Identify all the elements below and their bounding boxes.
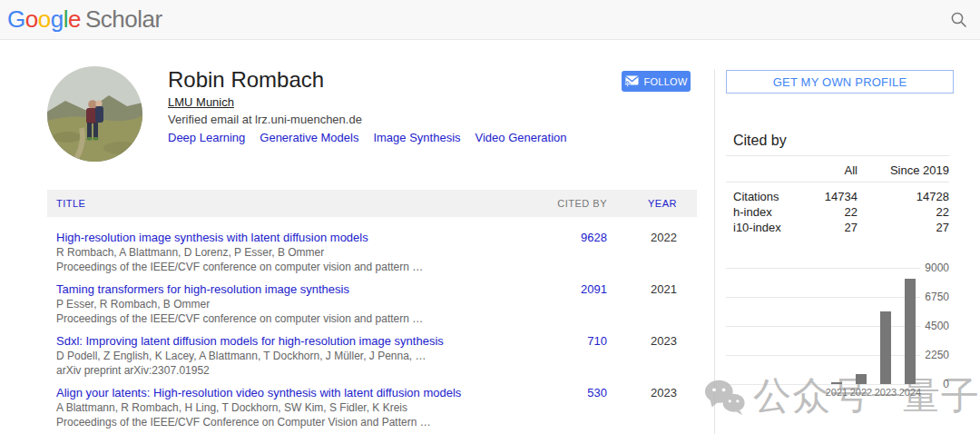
stat-value-since: 22 bbox=[858, 204, 949, 220]
publication-year: 2023 bbox=[607, 385, 697, 424]
chart-gridline bbox=[726, 268, 920, 269]
cited-by-section-title: Cited by bbox=[733, 133, 787, 149]
stat-value-since: 27 bbox=[858, 220, 949, 235]
citation-stats-table: Citations1473414728h-index2222i10-index2… bbox=[726, 189, 949, 235]
citations-bar[interactable] bbox=[905, 279, 916, 384]
profile-name: Robin Rombach bbox=[168, 67, 324, 93]
interest-link[interactable]: Image Synthesis bbox=[373, 131, 460, 144]
follow-button[interactable]: FOLLOW bbox=[622, 71, 691, 92]
publication-row: Align your latents: High-resolution vide… bbox=[47, 372, 697, 424]
citations-bar[interactable] bbox=[880, 311, 891, 384]
get-my-own-profile-button[interactable]: GET MY OWN PROFILE bbox=[726, 70, 954, 94]
sort-by-title-header[interactable]: TITLE bbox=[47, 198, 530, 209]
stat-label: Citations bbox=[726, 189, 785, 204]
stat-label: i10-index bbox=[726, 220, 785, 235]
interest-link[interactable]: Video Generation bbox=[475, 131, 567, 144]
publication-venue: Proceedings of the IEEE/CVF conference o… bbox=[56, 261, 523, 274]
google-logo-text: Google bbox=[7, 5, 81, 33]
citations-bar[interactable] bbox=[856, 374, 867, 384]
search-icon[interactable] bbox=[949, 10, 969, 30]
stat-value-since: 14728 bbox=[858, 189, 949, 204]
chart-y-tick-label: 9000 bbox=[909, 261, 949, 275]
publication-year: 2022 bbox=[607, 230, 697, 269]
citation-stat-row: h-index2222 bbox=[726, 204, 949, 220]
logo-letter: o bbox=[38, 5, 51, 33]
stats-col-all: All bbox=[785, 163, 858, 177]
divider-line bbox=[726, 155, 949, 156]
citation-stats-header: All Since 2019 bbox=[726, 163, 949, 177]
publication-authors: D Podell, Z English, K Lacey, A Blattman… bbox=[56, 350, 523, 363]
publication-title-link[interactable]: Taming transformers for high-resolution … bbox=[56, 281, 523, 297]
interest-link[interactable]: Generative Models bbox=[260, 131, 358, 144]
chart-gridline bbox=[726, 297, 920, 298]
cited-by-count-link[interactable]: 9628 bbox=[530, 230, 607, 269]
stat-value-all: 14734 bbox=[785, 189, 858, 204]
interest-link[interactable]: Deep Learning bbox=[168, 131, 245, 144]
affiliation-link[interactable]: LMU Munich bbox=[168, 95, 234, 109]
publication-venue: Proceedings of the IEEE/CVF Conference o… bbox=[56, 416, 523, 429]
scholar-logo-text: Scholar bbox=[85, 5, 162, 33]
citations-per-year-chart: 022504500675090002021202220232024 bbox=[726, 268, 949, 409]
publication-authors: A Blattmann, R Rombach, H Ling, T Dockho… bbox=[56, 401, 523, 415]
chart-gridline bbox=[726, 384, 920, 385]
publication-year: 2021 bbox=[607, 281, 697, 321]
publication-row: High-resolution image synthesis with lat… bbox=[47, 217, 697, 269]
logo-letter: o bbox=[25, 5, 38, 33]
cited-by-count-link[interactable]: 530 bbox=[530, 385, 607, 424]
publication-venue: Proceedings of the IEEE/CVF conference o… bbox=[56, 312, 523, 326]
google-scholar-logo[interactable]: GoogleScholar bbox=[7, 5, 162, 34]
publication-main: High-resolution image synthesis with lat… bbox=[47, 230, 530, 269]
content-sidebar-divider bbox=[714, 69, 715, 434]
logo-letter: g bbox=[51, 5, 64, 33]
cited-by-count-link[interactable]: 2091 bbox=[530, 281, 607, 321]
profile-photo bbox=[47, 66, 142, 162]
citation-stat-row: Citations1473414728 bbox=[726, 189, 949, 204]
stat-value-all: 27 bbox=[785, 220, 858, 235]
publication-title-link[interactable]: High-resolution image synthesis with lat… bbox=[56, 230, 523, 245]
sort-by-year-header[interactable]: YEAR bbox=[607, 198, 697, 209]
publication-main: Taming transformers for high-resolution … bbox=[47, 281, 530, 321]
publication-title-link[interactable]: Align your latents: High-resolution vide… bbox=[56, 385, 523, 400]
citation-stat-row: i10-index2727 bbox=[726, 220, 949, 235]
chart-year-label: 2024 bbox=[892, 387, 928, 398]
stat-value-all: 22 bbox=[785, 204, 858, 220]
google-scholar-profile-page: GoogleScholar bbox=[0, 0, 980, 434]
publication-main: Sdxl: Improving latent diffusion models … bbox=[47, 333, 530, 372]
publication-row: Taming transformers for high-resolution … bbox=[47, 269, 697, 321]
follow-label: FOLLOW bbox=[643, 76, 687, 87]
logo-letter: e bbox=[68, 5, 81, 33]
divider-line bbox=[726, 182, 949, 182]
cited-by-count-link[interactable]: 710 bbox=[530, 333, 607, 372]
verified-email-text: Verified email at lrz.uni-muenchen.de bbox=[168, 113, 362, 126]
stats-col-since: Since 2019 bbox=[858, 163, 949, 177]
publication-row: Sdxl: Improving latent diffusion models … bbox=[47, 321, 697, 372]
publication-title-link[interactable]: Sdxl: Improving latent diffusion models … bbox=[56, 333, 523, 349]
follow-envelope-icon bbox=[624, 75, 639, 87]
top-header: GoogleScholar bbox=[0, 0, 980, 40]
stat-label: h-index bbox=[726, 204, 785, 220]
publication-main: Align your latents: High-resolution vide… bbox=[47, 385, 530, 424]
publication-year: 2023 bbox=[607, 333, 697, 372]
sort-by-citations-header[interactable]: CITED BY bbox=[530, 198, 607, 209]
citations-bar[interactable] bbox=[831, 382, 842, 384]
publications-list: High-resolution image synthesis with lat… bbox=[47, 217, 697, 424]
logo-letter: G bbox=[7, 5, 25, 33]
publications-table-header: TITLE CITED BY YEAR bbox=[47, 190, 697, 217]
publication-venue: arXiv preprint arXiv:2307.01952 bbox=[56, 364, 523, 378]
publication-authors: P Esser, R Rombach, B Ommer bbox=[56, 298, 523, 311]
publication-authors: R Rombach, A Blattmann, D Lorenz, P Esse… bbox=[56, 246, 523, 260]
research-interests: Deep LearningGenerative ModelsImage Synt… bbox=[168, 131, 566, 144]
